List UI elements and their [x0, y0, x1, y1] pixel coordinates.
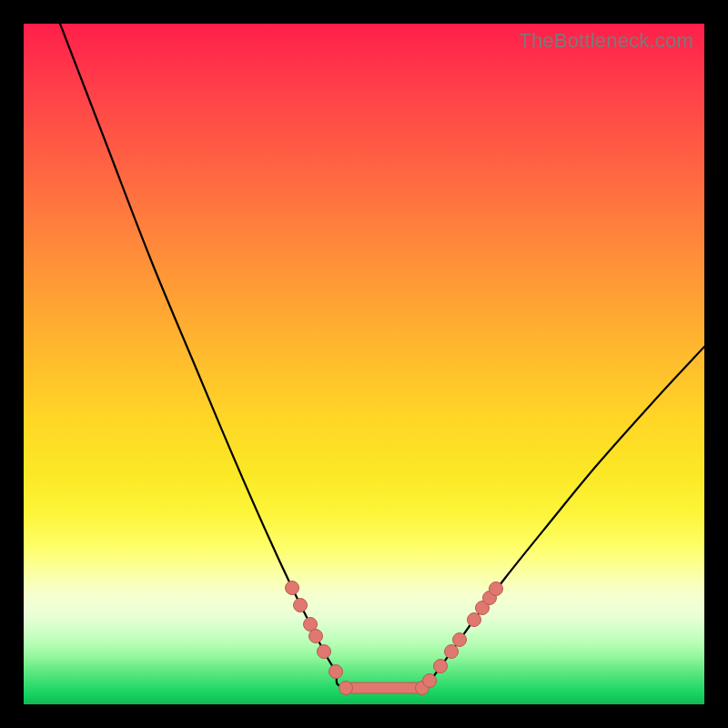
markers-left-group: [286, 581, 353, 695]
bottleneck-curve: [60, 24, 704, 690]
data-marker: [309, 630, 323, 643]
data-marker: [453, 633, 467, 647]
data-marker: [339, 682, 353, 695]
curve-flat-segment: [346, 682, 422, 693]
outer-frame: TheBottleneck.com: [0, 0, 728, 728]
markers-right-group: [416, 582, 503, 695]
bottleneck-curve-svg: [24, 24, 704, 704]
data-marker: [294, 599, 308, 612]
data-marker: [286, 581, 299, 595]
data-marker: [416, 682, 430, 695]
data-marker: [318, 645, 331, 659]
data-marker: [445, 645, 459, 659]
plot-area: TheBottleneck.com: [24, 24, 704, 704]
data-marker: [468, 613, 481, 627]
data-marker: [483, 592, 497, 605]
watermark-text: TheBottleneck.com: [519, 29, 693, 53]
data-marker: [329, 665, 343, 679]
data-marker: [476, 602, 490, 615]
data-marker: [304, 618, 318, 632]
data-marker: [490, 582, 503, 596]
data-marker: [423, 674, 437, 688]
data-marker: [434, 660, 448, 673]
